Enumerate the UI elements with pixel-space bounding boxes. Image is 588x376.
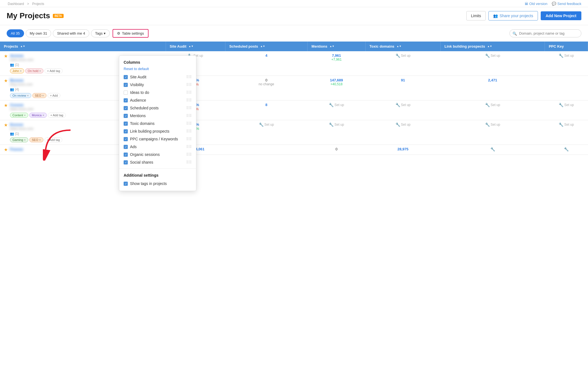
sort-icon[interactable]: ▲▼	[260, 45, 265, 48]
tag-remove-icon[interactable]: ×	[24, 138, 26, 141]
setup-link[interactable]: 🔧 Set up	[444, 103, 541, 107]
send-feedback-link[interactable]: 💬 Send feedback	[552, 2, 581, 6]
dropdown-item-organic[interactable]: ✓ Organic sessions ⠿⠿	[119, 151, 196, 155]
project-name[interactable]: Bxxxxx	[10, 78, 60, 83]
share-projects-button[interactable]: 👥 Share your projects	[488, 11, 538, 20]
tab-shared-with-me[interactable]: Shared with me 4	[53, 29, 89, 37]
dropdown-item-scheduled[interactable]: ✓ Scheduled posts ⠿⠿	[119, 104, 196, 112]
th-toxic: Toxic domains ▲▼	[365, 42, 440, 51]
dropdown-item-mentions[interactable]: ✓ Mentions ⠿⠿	[119, 112, 196, 120]
sort-icon[interactable]: ▲▼	[189, 45, 194, 48]
drag-handle-icon[interactable]: ⠿⠿	[186, 145, 192, 149]
table-settings-button[interactable]: ⚙ Table settings	[113, 29, 149, 38]
th-ppc: PPC Key	[545, 42, 588, 51]
star-icon[interactable]: ★	[4, 53, 8, 59]
checkbox-scheduled[interactable]: ✓	[124, 106, 128, 110]
checkbox-organic[interactable]: ✓	[124, 153, 128, 155]
breadcrumb-dashboard[interactable]: Dashboard	[8, 2, 24, 6]
tags-row: Gaming × SEO × + Add tag	[10, 137, 62, 142]
star-icon[interactable]: ★	[4, 103, 8, 108]
tab-all[interactable]: All 35	[7, 29, 24, 37]
add-tag-button[interactable]: + Add tag	[45, 68, 63, 73]
setup-link[interactable]: 🔧 Set up	[369, 53, 436, 58]
checkbox-audience[interactable]: ✓	[124, 98, 128, 102]
sort-icon[interactable]: ▲▼	[20, 45, 25, 48]
setup-link[interactable]: 🔧 Set up	[444, 122, 541, 127]
drag-handle-icon[interactable]: ⠿⠿	[186, 152, 192, 155]
sort-icon[interactable]: ▲▼	[329, 45, 334, 48]
td-scheduled-a: 4	[225, 51, 307, 76]
setup-link[interactable]: 🔧	[444, 147, 541, 151]
tag-remove-icon[interactable]: ×	[39, 69, 41, 73]
project-name[interactable]: Exxxxx	[10, 122, 62, 127]
td-scheduled-c: 8	[225, 101, 307, 120]
setup-link[interactable]: 🔧 Set up	[311, 103, 361, 107]
tag-remove-icon[interactable]: ×	[42, 94, 44, 97]
drag-handle-icon[interactable]: ⠿⠿	[186, 114, 192, 118]
drag-handle-icon[interactable]: ⠿⠿	[186, 83, 192, 87]
drag-handle-icon[interactable]: ⠿⠿	[186, 137, 192, 141]
drag-handle-icon[interactable]: ⠿⠿	[186, 129, 192, 133]
table-settings-dropdown: Columns Reset to default ✓ Site Audit ⠿⠿…	[119, 55, 196, 155]
add-tag-button[interactable]: + Add tag	[45, 137, 63, 142]
drag-handle-icon[interactable]: ⠿⠿	[186, 98, 192, 102]
setup-link[interactable]: 🔧 Set up	[311, 122, 361, 127]
setup-link[interactable]: 🔧 Set up	[549, 103, 584, 107]
sort-icon[interactable]: ▲▼	[487, 45, 492, 48]
checkbox-toxic[interactable]: ✓	[124, 122, 128, 126]
drag-handle-icon[interactable]: ⠿⠿	[186, 121, 192, 126]
tag-remove-icon[interactable]: ×	[27, 94, 29, 97]
setup-link[interactable]: 🔧 Set up	[444, 53, 541, 58]
reset-to-default-link[interactable]: Reset to default	[119, 67, 196, 73]
setup-link[interactable]: 🔧 Set up	[549, 122, 584, 127]
dropdown-item-audience[interactable]: ✓ Audience ⠿⠿	[119, 96, 196, 104]
star-icon[interactable]: ★	[4, 147, 8, 152]
star-icon[interactable]: ★	[4, 122, 8, 128]
drag-handle-icon[interactable]: ⠿⠿	[186, 90, 192, 95]
setup-link[interactable]: 🔧 Set up	[369, 103, 436, 107]
add-tag-button[interactable]: + Add	[48, 93, 60, 98]
dropdown-item-toxic[interactable]: ✓ Toxic domains ⠿⠿	[119, 120, 196, 127]
tag-seo: SEO ×	[29, 137, 43, 142]
old-version-link[interactable]: 🏛 Old version	[525, 2, 548, 6]
search-input[interactable]	[509, 29, 581, 37]
project-name[interactable]: Cxxxxx	[10, 103, 66, 107]
tag-remove-icon[interactable]: ×	[42, 114, 44, 117]
sort-icon[interactable]: ▲▼	[397, 45, 402, 48]
checkbox-ads[interactable]: ✓	[124, 145, 128, 149]
checkbox-mentions[interactable]: ✓	[124, 114, 128, 118]
setup-link[interactable]: 🔧 Set up	[229, 122, 303, 127]
add-tag-button[interactable]: + Add tag	[48, 113, 66, 118]
project-name[interactable]: Axxxxx	[10, 53, 63, 58]
tag-remove-icon[interactable]: ×	[39, 138, 41, 141]
beta-badge: BETA	[53, 14, 63, 18]
tag-remove-icon[interactable]: ×	[20, 69, 22, 73]
drag-handle-icon[interactable]: ⠿⠿	[186, 75, 192, 79]
dropdown-item-site-audit[interactable]: ✓ Site Audit ⠿⠿	[119, 73, 196, 81]
tags-row: Content × Monica × + Add tag	[10, 113, 66, 118]
dropdown-item-ads[interactable]: ✓ Ads ⠿⠿	[119, 143, 196, 151]
drag-handle-icon[interactable]: ⠿⠿	[186, 106, 192, 110]
setup-link[interactable]: 🔧	[549, 147, 584, 151]
checkbox-ideas[interactable]	[124, 91, 128, 95]
checkbox-site-audit[interactable]: ✓	[124, 75, 128, 79]
checkbox-visibility[interactable]: ✓	[124, 83, 128, 87]
add-new-project-button[interactable]: Add New Project	[541, 11, 581, 20]
setup-link[interactable]: 🔧 Set up	[549, 53, 584, 58]
star-icon[interactable]: ★	[4, 78, 8, 83]
search-wrap: 🔍	[509, 29, 581, 37]
tag-remove-icon[interactable]: ×	[24, 114, 26, 117]
wrench-icon: 🔧	[490, 147, 495, 151]
project-name[interactable]: Fxxxxx	[10, 147, 23, 151]
setup-link[interactable]: 🔧 Set up	[369, 122, 436, 127]
limits-button[interactable]: Limits	[466, 11, 486, 20]
checkbox-link-building[interactable]: ✓	[124, 129, 128, 133]
tags-dropdown-button[interactable]: Tags ▾	[91, 29, 110, 37]
tab-my-own[interactable]: My own 31	[26, 29, 51, 37]
dropdown-item-visibility[interactable]: ✓ Visibility ⠿⠿	[119, 81, 196, 89]
dropdown-item-ideas[interactable]: Ideas to do ⠿⠿	[119, 89, 196, 96]
dropdown-item-link-building[interactable]: ✓ Link building prospects ⠿⠿	[119, 127, 196, 135]
dropdown-item-ppc[interactable]: ✓ PPC campaigns / Keywords ⠿⠿	[119, 135, 196, 143]
checkbox-ppc[interactable]: ✓	[124, 137, 128, 141]
tag-gaming: Gaming ×	[10, 137, 28, 142]
